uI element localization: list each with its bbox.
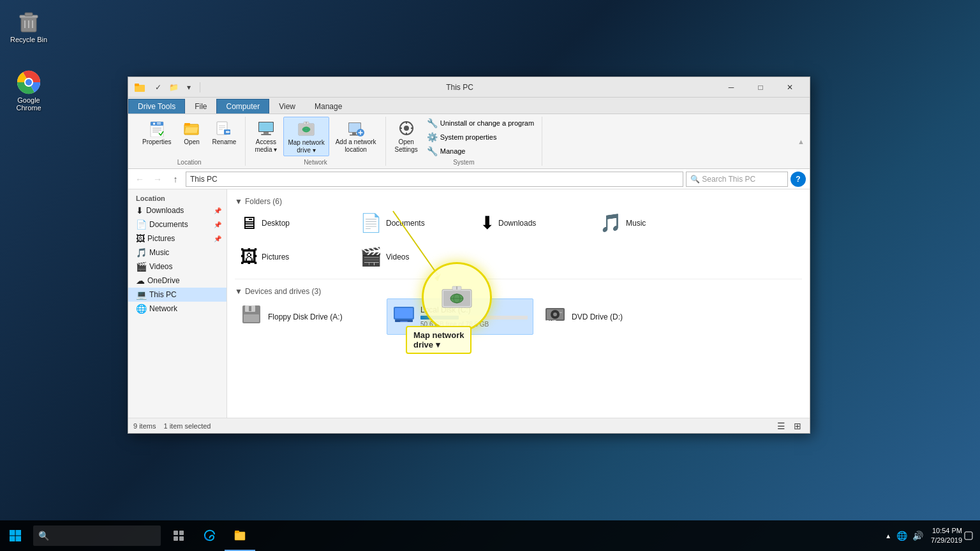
maximize-button[interactable]: □ — [746, 77, 775, 98]
svg-point-47 — [404, 126, 409, 131]
desktop-folder-icon: 🖥 — [240, 212, 258, 233]
uninstall-button[interactable]: 🔧 Uninstall or change a program — [424, 117, 537, 129]
onedrive-sidebar-icon: ☁ — [136, 276, 145, 286]
address-bar[interactable]: This PC — [186, 172, 683, 187]
pictures-folder-icon: 🖼 — [240, 246, 258, 267]
start-button[interactable] — [0, 520, 31, 551]
folder-item-videos[interactable]: 🎬 Videos — [355, 242, 470, 271]
tab-computer[interactable]: Computer — [216, 99, 269, 114]
folders-section-label: ▼ Folders (6) — [235, 195, 802, 209]
address-bar-path: This PC — [190, 175, 218, 184]
qa-dropdown-btn[interactable]: ▾ — [182, 80, 196, 94]
access-media-icon — [256, 118, 276, 138]
rename-button[interactable]: ✏ Rename — [209, 117, 241, 147]
svg-rect-57 — [395, 308, 413, 318]
devices-section-label: ▼ Devices and drives (3) — [235, 284, 802, 298]
tab-drive-tools[interactable]: Drive Tools — [128, 99, 185, 114]
sidebar-item-music[interactable]: 🎵 Music — [128, 246, 226, 260]
properties-button[interactable]: Properties — [138, 117, 175, 147]
rename-label: Rename — [212, 138, 237, 146]
device-dvd-d[interactable]: DVD DVD Drive (D:) — [538, 298, 685, 335]
device-floppy[interactable]: Floppy Disk Drive (A:) — [235, 298, 382, 335]
tray-volume-icon[interactable]: 🔊 — [912, 531, 923, 541]
tab-file[interactable]: File — [185, 99, 216, 114]
location-group-items: Properties Open — [138, 117, 240, 158]
sidebar-item-pictures[interactable]: 🖼 Pictures 📌 — [128, 231, 226, 246]
system-properties-button[interactable]: ⚙️ System properties — [424, 131, 537, 143]
forward-button[interactable]: → — [150, 172, 165, 187]
manage-label: Manage — [440, 147, 466, 155]
sidebar-item-videos[interactable]: 🎬 Videos — [128, 260, 226, 274]
folder-item-downloads[interactable]: ⬇ Downloads — [475, 209, 590, 237]
svg-rect-10 — [135, 84, 139, 86]
sidebar-item-network[interactable]: 🌐 Network — [128, 302, 226, 316]
devices-collapse-icon[interactable]: ▼ — [235, 287, 242, 296]
svg-rect-28 — [259, 122, 273, 131]
title-bar: ✓ 📁 ▾ This PC ─ □ ✕ — [128, 77, 810, 98]
up-button[interactable]: ↑ — [168, 172, 183, 187]
access-media-button[interactable]: Accessmedia ▾ — [251, 117, 281, 155]
ribbon-collapse-btn[interactable]: ▲ — [798, 138, 805, 145]
svg-text:DVD: DVD — [546, 319, 557, 325]
music-folder-label: Music — [626, 219, 646, 228]
manage-button[interactable]: 🔧 Manage — [424, 145, 537, 158]
folder-item-desktop[interactable]: 🖥 Desktop — [235, 209, 350, 237]
devices-grid: Floppy Disk Drive (A:) — [235, 298, 802, 335]
folder-item-pictures[interactable]: 🖼 Pictures — [235, 242, 350, 271]
folder-item-music[interactable]: 🎵 Music — [595, 209, 709, 237]
qa-new-folder-btn[interactable]: 📁 — [167, 80, 181, 94]
details-view-btn[interactable]: ☰ — [774, 420, 788, 432]
recycle-bin-icon[interactable]: Recycle Bin — [6, 6, 51, 46]
map-network-drive-label: Map networkdrive ▾ — [288, 139, 324, 154]
access-media-label: Accessmedia ▾ — [255, 138, 277, 154]
svg-rect-30 — [261, 134, 271, 135]
downloads-pin-icon: 📌 — [214, 207, 221, 214]
open-settings-label: OpenSettings — [395, 138, 418, 154]
add-network-location-button[interactable]: Add a networklocation — [332, 117, 380, 155]
tab-manage[interactable]: Manage — [305, 99, 352, 114]
device-local-c[interactable]: Local Disk (C:) 50.6 GB free of 78.6 GB — [387, 298, 533, 335]
back-button[interactable]: ← — [132, 172, 147, 187]
main-content: Location ⬇ Downloads 📌 📄 Documents 📌 🖼 P… — [128, 189, 810, 418]
google-chrome-icon[interactable]: Google Chrome — [6, 67, 51, 114]
tab-view[interactable]: View — [269, 99, 305, 114]
taskbar-clock[interactable]: 10:54 PM 7/29/2019 — [931, 526, 962, 546]
local-c-bar-container — [420, 316, 528, 320]
folder-item-documents[interactable]: 📄 Documents — [355, 209, 470, 237]
sidebar-item-documents[interactable]: 📄 Documents 📌 — [128, 217, 226, 231]
sidebar-item-this-pc[interactable]: 💻 This PC — [128, 288, 226, 302]
notification-button[interactable] — [962, 520, 975, 551]
downloads-label: Downloads — [146, 206, 184, 215]
downloads-sidebar-icon: ⬇ — [136, 205, 144, 216]
map-network-drive-button[interactable]: Map networkdrive ▾ — [283, 117, 329, 156]
ribbon-right: ▲ — [798, 117, 805, 166]
sidebar-item-onedrive[interactable]: ☁ OneDrive — [128, 274, 226, 288]
close-button[interactable]: ✕ — [775, 77, 805, 98]
sidebar-item-downloads[interactable]: ⬇ Downloads 📌 — [128, 203, 226, 217]
local-c-space: 50.6 GB free of 78.6 GB — [420, 321, 528, 328]
onedrive-sidebar-label: OneDrive — [147, 276, 180, 285]
large-icons-view-btn[interactable]: ⊞ — [791, 420, 805, 432]
sidebar: Location ⬇ Downloads 📌 📄 Documents 📌 🖼 P… — [128, 189, 227, 418]
pictures-folder-label: Pictures — [262, 253, 289, 261]
ribbon-group-network: Accessmedia ▾ — [246, 117, 385, 166]
help-button[interactable]: ? — [791, 172, 806, 187]
qa-properties-btn[interactable]: ✓ — [151, 80, 165, 94]
taskbar-date: 7/29/2019 — [931, 536, 962, 545]
tray-up-arrow[interactable]: ▲ — [885, 533, 891, 540]
svg-rect-79 — [16, 536, 22, 542]
svg-rect-55 — [244, 314, 259, 322]
file-explorer-taskbar-button[interactable] — [225, 520, 255, 551]
folders-collapse-icon[interactable]: ▼ — [235, 197, 242, 206]
edge-button[interactable] — [194, 520, 225, 551]
svg-rect-20 — [184, 123, 190, 126]
tray-icons: ▲ 🌐 🔊 — [885, 531, 923, 541]
minimize-button[interactable]: ─ — [716, 77, 746, 98]
pictures-pin-icon: 📌 — [214, 235, 221, 242]
open-settings-button[interactable]: OpenSettings — [391, 117, 422, 155]
task-view-button[interactable] — [163, 520, 194, 551]
svg-rect-80 — [174, 531, 178, 535]
open-button[interactable]: Open — [178, 117, 206, 147]
search-bar[interactable]: 🔍 Search This PC — [686, 172, 788, 187]
taskbar-search-box[interactable]: 🔍 — [33, 525, 161, 546]
